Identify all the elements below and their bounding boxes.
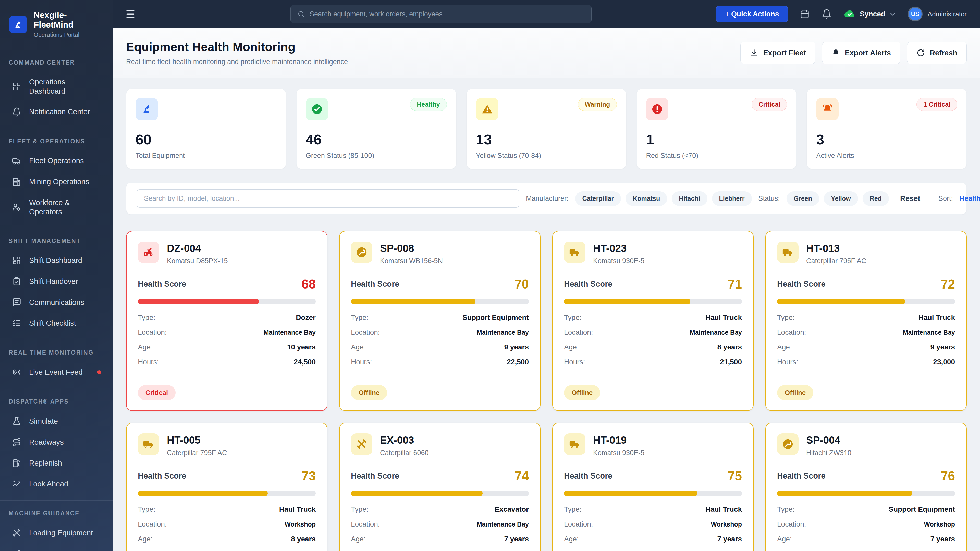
- sidebar-section: MACHINE GUIDANCE Loading Equipment Drill…: [0, 500, 113, 551]
- robot-arm-solid-icon: [135, 98, 158, 121]
- equipment-card-sp-008[interactable]: SP-008 Komatsu WB156-5N Health Score 70 …: [339, 231, 541, 411]
- stat-card: Healthy 46 Green Status (85-100): [296, 89, 456, 169]
- equipment-model: Caterpillar 795F AC: [806, 257, 866, 265]
- status-chip-green[interactable]: Green: [787, 191, 819, 206]
- sidebar-item-roadways[interactable]: Roadways: [9, 432, 104, 453]
- sidebar-item-drilling-operations[interactable]: Drilling Operations: [9, 543, 104, 551]
- bell-icon[interactable]: [821, 9, 832, 19]
- equipment-model: Hitachi ZW310: [806, 449, 851, 457]
- refresh-icon: [916, 48, 925, 57]
- sidebar-section: REAL-TIME MONITORING Live Event Feed: [0, 340, 113, 389]
- sidebar-item-loading-equipment[interactable]: Loading Equipment: [9, 522, 104, 543]
- bell-solid-icon: [832, 48, 840, 57]
- sidebar-item-notification-center[interactable]: Notification Center: [9, 102, 104, 122]
- wrench-circle-solid-icon: [351, 241, 372, 263]
- status-chip-red[interactable]: Red: [862, 191, 889, 206]
- global-search-input[interactable]: [310, 10, 585, 18]
- equipment-status-badge: Critical: [138, 385, 176, 400]
- equipment-model: Caterpillar 795F AC: [167, 449, 227, 457]
- health-score-label: Health Score: [564, 279, 612, 289]
- filter-bar: Manufacturer: Caterpillar Komatsu Hitach…: [126, 183, 967, 214]
- export-alerts-button[interactable]: Export Alerts: [822, 41, 900, 64]
- chevron-icon: [889, 11, 896, 17]
- export-fleet-button[interactable]: Export Fleet: [740, 41, 815, 64]
- stat-value: 46: [306, 131, 447, 148]
- user-gear-icon: [12, 202, 21, 212]
- sidebar-item-communications[interactable]: Communications: [9, 292, 104, 313]
- equipment-card-ht-023[interactable]: HT-023 Komatsu 930E-5 Health Score 71 Ty…: [552, 231, 754, 411]
- status-badge: Warning: [578, 98, 617, 111]
- health-score-label: Health Score: [138, 279, 186, 289]
- health-score-bar: [777, 299, 955, 304]
- equipment-type: Dozer: [296, 313, 316, 322]
- radio-icon: [12, 367, 21, 377]
- sidebar-item-shift-dashboard[interactable]: Shift Dashboard: [9, 250, 104, 271]
- equipment-model: Komatsu D85PX-15: [167, 257, 228, 265]
- equipment-card-sp-004[interactable]: SP-004 Hitachi ZW310 Health Score 76 Typ…: [765, 423, 967, 551]
- sync-status[interactable]: Synced: [843, 8, 896, 20]
- sidebar-item-shift-handover[interactable]: Shift Handover: [9, 271, 104, 292]
- sidebar-item-simulate[interactable]: Simulate: [9, 411, 104, 432]
- equipment-search-input[interactable]: [137, 189, 519, 208]
- equipment-type: Excavator: [495, 505, 529, 513]
- flask-icon: [12, 416, 21, 426]
- equipment-card-ht-005[interactable]: HT-005 Caterpillar 795F AC Health Score …: [126, 423, 328, 551]
- health-score-label: Health Score: [351, 472, 399, 481]
- equipment-grid: DZ-004 Komatsu D85PX-15 Health Score 68 …: [126, 231, 967, 551]
- menu-icon[interactable]: [126, 10, 137, 18]
- equipment-id: SP-004: [806, 434, 851, 446]
- calendar-icon[interactable]: [800, 9, 810, 19]
- health-score-label: Health Score: [138, 472, 186, 481]
- sidebar-item-workforce-operators[interactable]: Workforce & Operators: [9, 192, 104, 222]
- sidebar-item-replenish[interactable]: Replenish: [9, 453, 104, 473]
- user-menu[interactable]: US Administrator: [908, 6, 967, 21]
- stat-value: 60: [135, 131, 277, 148]
- equipment-model: Komatsu WB156-5N: [380, 257, 443, 265]
- sidebar-item-mining-operations[interactable]: Mining Operations: [9, 171, 104, 192]
- manufacturer-chip-caterpillar[interactable]: Caterpillar: [575, 191, 621, 206]
- equipment-card-ht-019[interactable]: HT-019 Komatsu 930E-5 Health Score 75 Ty…: [552, 423, 754, 551]
- equipment-model: Komatsu 930E-5: [593, 449, 644, 457]
- sidebar-item-look-ahead[interactable]: Look Ahead: [9, 473, 104, 494]
- wrench-circle-solid-icon: [777, 433, 799, 455]
- equipment-id: EX-003: [380, 434, 429, 446]
- trend-icon: [12, 479, 21, 489]
- manufacturer-chip-komatsu[interactable]: Komatsu: [625, 191, 667, 206]
- refresh-button[interactable]: Refresh: [907, 41, 967, 64]
- sidebar-item-shift-checklist[interactable]: Shift Checklist: [9, 313, 104, 333]
- equipment-age: 8 years: [291, 535, 316, 543]
- check-circle-icon: [306, 98, 328, 121]
- equipment-hours: 22,000: [294, 550, 316, 551]
- status-chip-yellow[interactable]: Yellow: [824, 191, 858, 206]
- fuel-icon: [12, 458, 21, 468]
- equipment-hours: 23,000: [933, 358, 955, 366]
- equipment-card-ht-013[interactable]: HT-013 Caterpillar 795F AC Health Score …: [765, 231, 967, 411]
- reset-button[interactable]: Reset: [900, 194, 920, 203]
- equipment-hours: 22,500: [507, 358, 529, 366]
- health-score-value: 75: [728, 468, 742, 483]
- manufacturer-chip-liebherr[interactable]: Liebherr: [712, 191, 752, 206]
- equipment-model: Caterpillar 6060: [380, 449, 429, 457]
- manufacturer-chip-hitachi[interactable]: Hitachi: [672, 191, 707, 206]
- brand-name: Nexgile-FleetMind: [34, 10, 103, 30]
- equipment-status-badge: Offline: [564, 385, 600, 400]
- stat-label: Yellow Status (70-84): [476, 152, 617, 160]
- equipment-type: Haul Truck: [705, 313, 742, 322]
- equipment-age: 8 years: [717, 343, 742, 351]
- equipment-card-dz-004[interactable]: DZ-004 Komatsu D85PX-15 Health Score 68 …: [126, 231, 328, 411]
- sort-label: Sort:: [939, 195, 953, 203]
- sidebar-item-live-event-feed[interactable]: Live Event Feed: [9, 362, 104, 383]
- quick-actions-button[interactable]: + Quick Actions: [716, 6, 788, 22]
- equipment-id: DZ-004: [167, 243, 228, 254]
- equipment-type: Support Equipment: [463, 313, 529, 322]
- health-score-value: 73: [301, 468, 316, 483]
- page-subtitle: Real-time fleet health monitoring and pr…: [126, 58, 348, 66]
- sort-option-health-score[interactable]: Health Score ↑: [959, 195, 980, 203]
- equipment-card-ex-003[interactable]: EX-003 Caterpillar 6060 Health Score 74 …: [339, 423, 541, 551]
- sidebar-item-fleet-operations[interactable]: Fleet Operations: [9, 151, 104, 171]
- message-icon: [12, 297, 21, 307]
- sidebar-item-operations-dashboard[interactable]: Operations Dashboard: [9, 72, 104, 102]
- equipment-hours: 24,500: [294, 358, 316, 366]
- hammers-icon: [12, 549, 21, 551]
- global-search: [290, 5, 592, 24]
